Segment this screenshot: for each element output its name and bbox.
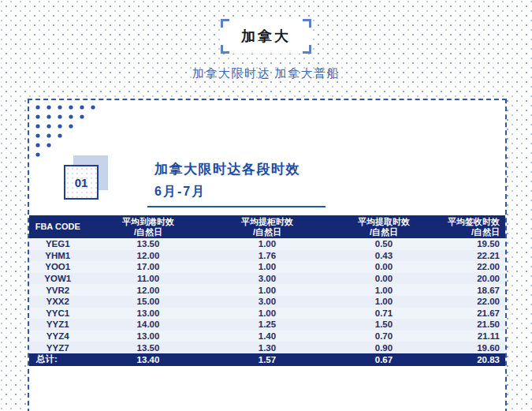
table-cell: 1.30 bbox=[210, 343, 325, 353]
table-row: YVR212.001.001.0018.67 bbox=[29, 284, 505, 296]
table-row: YOO117.001.000.0022.00 bbox=[29, 261, 505, 273]
table-cell: 21.50 bbox=[443, 319, 505, 329]
table-cell: 0.90 bbox=[324, 343, 443, 353]
bracket-corner-icon bbox=[303, 19, 311, 28]
table-cell: 12.00 bbox=[86, 286, 210, 295]
table-cell: 1.40 bbox=[210, 331, 325, 341]
table-cell: 1.00 bbox=[324, 286, 443, 295]
table-cell: 1.00 bbox=[210, 286, 325, 295]
table-row: YYZ413.001.400.7021.11 bbox=[29, 331, 505, 342]
table-cell: 0.00 bbox=[324, 262, 443, 271]
table-cell: 1.50 bbox=[324, 319, 443, 329]
page-header: 加拿大 加拿大限时达 加拿大普船 bbox=[0, 19, 532, 81]
table-cell: YEG1 bbox=[29, 239, 86, 248]
section-number: 01 bbox=[75, 176, 88, 189]
table-cell: 22.21 bbox=[443, 251, 505, 260]
table-cell: 15.00 bbox=[86, 297, 210, 306]
total-cell: 13.40 bbox=[86, 355, 210, 364]
table-cell: 13.00 bbox=[86, 331, 210, 341]
dots-triangle-decoration bbox=[32, 102, 110, 162]
table-cell: 1.00 bbox=[324, 297, 443, 306]
table-cell: YHM1 bbox=[29, 251, 86, 260]
bracket-corner-icon bbox=[303, 45, 311, 54]
section-title: 加拿大限时达各段时效 bbox=[154, 160, 326, 178]
table-cell: YOW1 bbox=[29, 274, 86, 283]
table-cell: 13.50 bbox=[86, 343, 210, 353]
table-cell: 18.67 bbox=[443, 286, 505, 295]
total-cell: 1.57 bbox=[210, 355, 325, 364]
column-header: 平均提柜时效/自然日 bbox=[210, 217, 325, 237]
table-total-row: 总计:13.401.570.6720.83 bbox=[29, 353, 505, 366]
table-row: YYZ114.001.251.5021.50 bbox=[29, 319, 505, 331]
table-cell: YVR2 bbox=[29, 286, 86, 295]
column-header: 平均签收时效/自然日 bbox=[443, 217, 505, 237]
bracket-corner-icon bbox=[221, 19, 229, 28]
table-cell: 1.00 bbox=[210, 308, 325, 318]
table-row: YOW111.003.000.0020.00 bbox=[29, 273, 505, 285]
table-row: YYC113.001.000.7121.67 bbox=[29, 308, 505, 319]
table-cell: 0.70 bbox=[324, 331, 443, 341]
table-cell: 1.25 bbox=[210, 319, 325, 329]
table-cell: 19.60 bbox=[443, 343, 505, 353]
column-header: 平均提取时效/自然日 bbox=[324, 217, 443, 237]
table-header-row: FBA CODE平均到港时效/自然日平均提柜时效/自然日平均提取时效/自然日平均… bbox=[29, 215, 505, 238]
table-cell: 0.71 bbox=[324, 308, 443, 318]
table-cell: 14.00 bbox=[86, 319, 210, 329]
page-title: 加拿大 bbox=[241, 28, 291, 44]
column-header: 平均到港时效/自然日 bbox=[86, 217, 210, 237]
table-cell: 19.50 bbox=[443, 239, 505, 248]
table-cell: 22.00 bbox=[443, 262, 505, 271]
table-cell: 0.00 bbox=[324, 274, 443, 283]
table-row: YEG113.501.000.5019.50 bbox=[29, 238, 505, 250]
table-cell: 21.67 bbox=[443, 308, 505, 318]
table-cell: 1.00 bbox=[210, 262, 325, 271]
table-cell: YYZ4 bbox=[29, 331, 86, 341]
bracket-corner-icon bbox=[221, 45, 229, 54]
page-subtitle: 加拿大限时达 加拿大普船 bbox=[0, 66, 532, 81]
table-cell: 13.00 bbox=[86, 308, 210, 318]
total-cell: 0.67 bbox=[324, 355, 443, 364]
table-cell: 3.00 bbox=[210, 274, 325, 283]
table-row: YYZ713.501.300.9019.60 bbox=[29, 342, 505, 353]
table-row: YHM112.001.760.4322.21 bbox=[29, 250, 505, 262]
table-cell: 22.00 bbox=[443, 297, 505, 306]
section-date-range: 6月-7月 bbox=[154, 184, 326, 200]
table-cell: 20.00 bbox=[443, 274, 505, 283]
section-number-badge: 01 bbox=[64, 155, 110, 201]
timeliness-table: FBA CODE平均到港时效/自然日平均提柜时效/自然日平均提取时效/自然日平均… bbox=[29, 215, 505, 366]
table-cell: 21.11 bbox=[443, 331, 505, 341]
table-cell: 0.50 bbox=[324, 239, 443, 248]
table-cell: 17.00 bbox=[86, 262, 210, 271]
table-cell: 11.00 bbox=[86, 274, 210, 283]
section-head: 01 加拿大限时达各段时效 6月-7月 bbox=[64, 155, 326, 207]
column-header: FBA CODE bbox=[29, 222, 86, 232]
table-cell: 0.43 bbox=[324, 251, 443, 260]
table-cell: YOO1 bbox=[29, 262, 86, 271]
total-cell: 20.83 bbox=[443, 355, 505, 364]
section-title-block: 加拿大限时达各段时效 6月-7月 bbox=[147, 160, 326, 207]
table-cell: 13.50 bbox=[86, 239, 210, 248]
page: 加拿大 加拿大限时达 加拿大普船 01 加拿大限时达各段时效 bbox=[0, 0, 532, 411]
table-cell: 12.00 bbox=[86, 251, 210, 260]
content-card: 01 加拿大限时达各段时效 6月-7月 FBA CODE平均到港时效/自然日平均… bbox=[28, 99, 507, 411]
badge-box: 01 bbox=[64, 165, 99, 200]
table-cell: 3.00 bbox=[210, 297, 325, 306]
table-cell: YYC1 bbox=[29, 308, 86, 318]
table-row: YXX215.003.001.0022.00 bbox=[29, 296, 505, 308]
table-body: YEG113.501.000.5019.50YHM112.001.760.432… bbox=[29, 238, 505, 353]
table-cell: 1.76 bbox=[210, 251, 325, 260]
table-cell: YYZ1 bbox=[29, 319, 86, 329]
total-cell: 总计: bbox=[29, 353, 86, 365]
table-cell: 1.00 bbox=[210, 239, 325, 248]
table-cell: YXX2 bbox=[29, 297, 86, 306]
title-bracket-frame: 加拿大 bbox=[221, 19, 311, 54]
table-cell: YYZ7 bbox=[29, 343, 86, 353]
